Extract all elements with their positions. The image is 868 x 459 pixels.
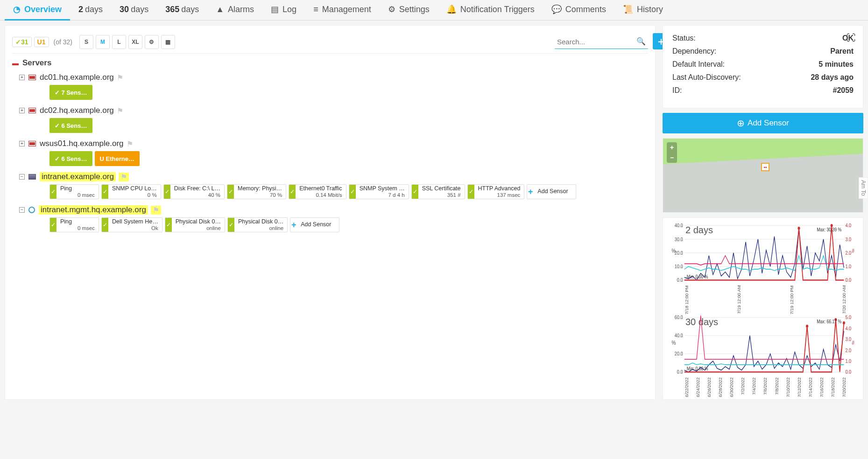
expand-toggle[interactable]: − — [19, 207, 25, 213]
sensor-summary[interactable]: ✓ 6 Sens… — [49, 118, 92, 133]
info-card: ⛶ Status:OK Dependency:Parent Default In… — [663, 25, 863, 108]
expand-toggle[interactable]: − — [19, 174, 25, 180]
sensor-tile[interactable]: ✓SNMP System …7 d 4 h — [349, 184, 409, 199]
size-xl[interactable]: XL — [128, 35, 142, 49]
add-sensor-tile[interactable]: +Add Sensor — [527, 184, 576, 199]
tab-365days[interactable]: 365 days — [157, 0, 207, 21]
tab-alarms[interactable]: ▲Alarms — [207, 0, 262, 21]
tab-log[interactable]: ▤Log — [262, 0, 305, 21]
grid-view-icon[interactable]: ▦ — [161, 35, 175, 49]
tab-bar: ◔Overview 2 days 30 days 365 days ▲Alarm… — [0, 0, 868, 21]
svg-text:20.0: 20.0 — [675, 250, 683, 256]
add-sensor-button[interactable]: Add Sensor — [663, 113, 863, 133]
device-name[interactable]: intranet.example.org — [40, 172, 116, 181]
svg-text:4.0: 4.0 — [845, 223, 851, 229]
svg-text:Max: 30.39 %: Max: 30.39 % — [817, 227, 841, 232]
tab-management[interactable]: ≡Management — [305, 0, 380, 21]
svg-text:#: # — [852, 247, 854, 254]
tab-settings[interactable]: ⚙Settings — [380, 0, 438, 21]
svg-text:2.0: 2.0 — [845, 250, 851, 256]
device-name[interactable]: dc01.hq.example.org — [40, 73, 114, 82]
svg-text:#: # — [852, 339, 854, 346]
sensor-tile[interactable]: ✓Ping0 msec — [49, 184, 99, 199]
device-icon — [28, 108, 36, 113]
tree-root[interactable]: ▬ Servers — [12, 58, 648, 68]
sensor-tile[interactable]: ✓Dell System He…Ok — [101, 217, 162, 232]
expand-toggle[interactable]: + — [19, 141, 25, 146]
comment-icon: 💬 — [551, 4, 562, 14]
qr-icon[interactable]: ⛶ — [847, 33, 856, 43]
tab-2days[interactable]: 2 days — [70, 0, 111, 21]
sensor-tile[interactable]: ✓HTTP Advanced137 msec — [467, 184, 525, 199]
map-zoom-in[interactable]: + — [667, 142, 677, 153]
svg-point-17 — [797, 227, 800, 230]
flag-icon[interactable]: ⚑ — [127, 139, 133, 148]
device-icon — [28, 75, 36, 80]
tab-comments[interactable]: 💬Comments — [543, 0, 614, 21]
svg-text:%: % — [671, 247, 676, 254]
tab-notification-triggers[interactable]: 🔔Notification Triggers — [438, 0, 543, 21]
flag-icon[interactable]: ⚑ — [117, 73, 123, 82]
device-name[interactable]: wsus01.hq.example.org — [40, 139, 124, 148]
sensor-summary[interactable]: ✓ 7 Sens… — [49, 85, 92, 100]
svg-text:0.0: 0.0 — [845, 369, 851, 375]
sensor-summary[interactable]: ✓ 6 Sens… — [49, 151, 92, 166]
svg-text:Min: 0.00 %: Min: 0.00 % — [687, 274, 708, 279]
svg-text:%: % — [671, 339, 676, 346]
tab-overview[interactable]: ◔Overview — [5, 0, 70, 21]
tab-history[interactable]: 📜History — [614, 0, 671, 21]
toolbar: ✓ 31 U 1 (of 32) S M L XL ⚙ ▦ 🔍 ＋ — [12, 30, 648, 54]
size-s[interactable]: S — [79, 35, 93, 49]
search-icon[interactable]: 🔍 — [636, 37, 646, 46]
map-marker[interactable]: ▪▪ — [761, 163, 769, 171]
add-sensor-tile[interactable]: +Add Sensor — [290, 217, 339, 232]
search-input[interactable] — [555, 35, 648, 49]
svg-text:10.0: 10.0 — [675, 263, 683, 269]
sensor-tile[interactable]: ✓SNMP CPU Lo…0 % — [101, 184, 161, 199]
svg-text:3.0: 3.0 — [845, 236, 851, 242]
svg-point-39 — [843, 321, 845, 325]
side-scroll-hint: Am To — [859, 177, 868, 199]
size-selector: S M L XL ⚙ ▦ — [79, 35, 175, 49]
sensor-tile[interactable]: ✓Disk Free: C:\ L…40 % — [163, 184, 225, 199]
flag-icon[interactable]: ⚑ — [151, 206, 161, 215]
total-count: (of 32) — [54, 38, 72, 46]
ok-count-badge[interactable]: ✓ 31 — [12, 37, 32, 47]
sensor-tile[interactable]: ✓SSL Certificate351 # — [411, 184, 465, 199]
flag-icon[interactable]: ⚑ — [119, 173, 129, 181]
map-card[interactable]: + − ▪▪ — [663, 138, 863, 213]
expand-toggle[interactable]: + — [19, 108, 25, 113]
svg-text:Min: 0.00 %: Min: 0.00 % — [687, 365, 708, 371]
svg-text:2.0: 2.0 — [845, 347, 851, 353]
sensor-tile[interactable]: ✓Physical Disk 0…online — [227, 217, 288, 232]
size-m[interactable]: M — [96, 35, 110, 49]
view-settings-icon[interactable]: ⚙ — [145, 35, 159, 49]
sliders-icon: ≡ — [313, 5, 318, 14]
flag-icon[interactable]: ⚑ — [117, 106, 123, 115]
svg-text:0.0: 0.0 — [677, 369, 683, 375]
expand-toggle[interactable]: + — [19, 75, 25, 80]
charts-card: 2 days0.010.020.030.040.00.01.02.03.04.0… — [663, 217, 863, 400]
unusual-count-badge[interactable]: U 1 — [34, 37, 49, 47]
size-l[interactable]: L — [112, 35, 126, 49]
sensor-tile[interactable]: ✓Ping0 msec — [49, 217, 99, 232]
sensor-tile[interactable]: ✓Physical Disk 0…online — [165, 217, 225, 232]
chart: 2 days0.010.020.030.040.00.01.02.03.04.0… — [668, 223, 858, 283]
svg-text:Max: 66.17 %: Max: 66.17 % — [817, 319, 841, 324]
gear-icon: ⚙ — [388, 4, 395, 14]
svg-text:5.0: 5.0 — [845, 314, 851, 320]
device-name[interactable]: dc02.hq.example.org — [40, 106, 114, 115]
sensor-tile[interactable]: ✓Memory: Physi…70 % — [227, 184, 286, 199]
servers-icon: ▬ — [12, 59, 19, 67]
map-zoom-out[interactable]: − — [667, 153, 677, 163]
svg-text:3.0: 3.0 — [845, 336, 851, 342]
svg-text:4.0: 4.0 — [845, 325, 851, 331]
tab-30days[interactable]: 30 days — [111, 0, 157, 21]
sensor-tile[interactable]: ✓Ethernet0 Traffic0.14 Mbit/s — [289, 184, 346, 199]
svg-point-37 — [806, 325, 808, 328]
device-name[interactable]: intranet.mgmt.hq.example.org — [39, 205, 148, 215]
log-icon: ▤ — [271, 4, 279, 14]
sensor-summary[interactable]: U Etherne… — [95, 151, 140, 166]
bell-icon: 🔔 — [446, 4, 457, 14]
history-icon: 📜 — [623, 4, 633, 14]
